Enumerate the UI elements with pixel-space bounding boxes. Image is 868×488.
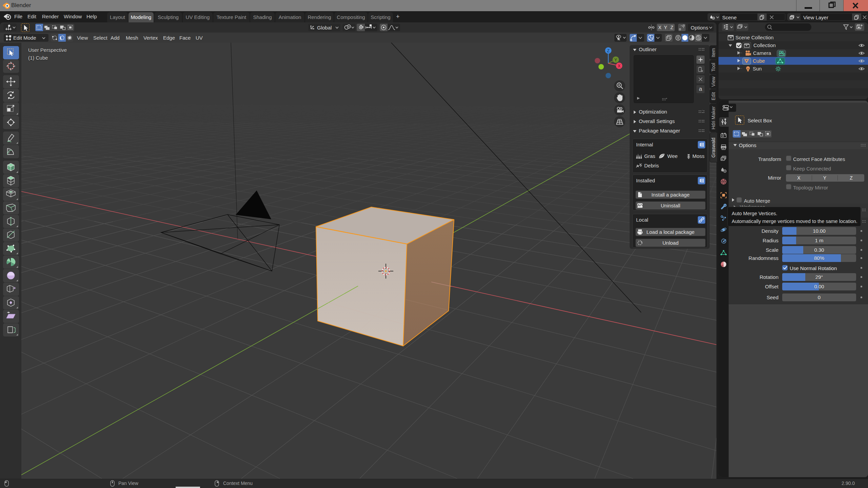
svg-text:X: X (618, 64, 620, 68)
svg-text:Y: Y (614, 58, 617, 62)
svg-text:Z: Z (607, 48, 609, 53)
